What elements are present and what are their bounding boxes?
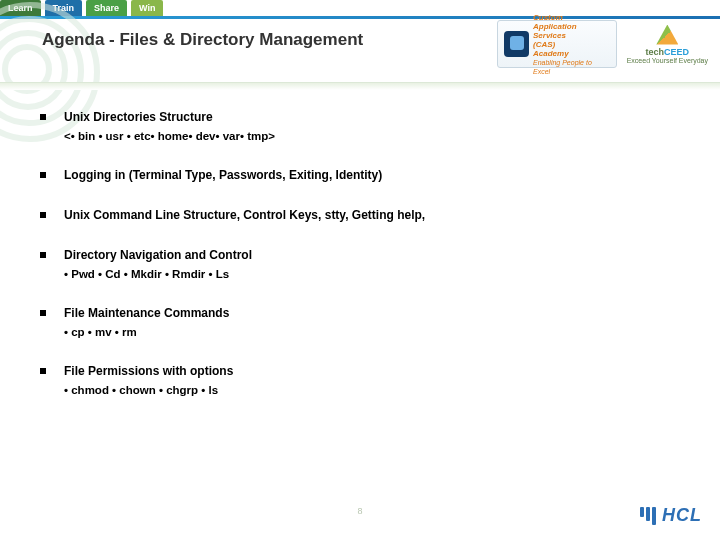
agenda-item-sub: • cp • mv • rm	[64, 326, 229, 338]
agenda-item-title: File Maintenance Commands	[64, 306, 229, 320]
slide-header: Learn Train Share Win Agenda - Files & D…	[0, 0, 720, 96]
agenda-item-title: Unix Directories Structure	[64, 110, 275, 124]
header-accent-line	[0, 16, 720, 19]
cas-head-icon	[504, 31, 529, 57]
techceed-logo: techCEED Exceed Yourself Everyday	[627, 25, 708, 64]
agenda-item-title: File Permissions with options	[64, 364, 233, 378]
square-bullet-icon	[40, 172, 46, 178]
agenda-item-title: Directory Navigation and Control	[64, 248, 252, 262]
agenda-item-sub: • chmod • chown • chgrp • ls	[64, 384, 233, 396]
header-underline	[0, 82, 720, 90]
agenda-item: File Permissions with options • chmod • …	[40, 364, 680, 396]
pyramid-icon	[656, 25, 678, 45]
cas-line1: Custom	[533, 13, 563, 22]
hcl-text: HCL	[662, 505, 702, 526]
square-bullet-icon	[40, 114, 46, 120]
square-bullet-icon	[40, 310, 46, 316]
logo-group: Custom Application Services (CAS) Academ…	[497, 20, 708, 68]
techceed-prefix: tech	[646, 47, 665, 57]
page-number: 8	[357, 506, 362, 516]
page-title: Agenda - Files & Directory Management	[42, 30, 363, 50]
hcl-logo: HCL	[640, 505, 702, 526]
agenda-item: File Maintenance Commands • cp • mv • rm	[40, 306, 680, 338]
cas-academy-logo: Custom Application Services (CAS) Academ…	[497, 20, 617, 68]
agenda-item-title: Unix Command Line Structure, Control Key…	[64, 208, 425, 222]
square-bullet-icon	[40, 252, 46, 258]
cas-line4: Academy	[533, 49, 569, 58]
agenda-list: Unix Directories Structure <• bin • usr …	[40, 110, 680, 422]
cas-line3: (CAS)	[533, 40, 555, 49]
agenda-item-sub: • Pwd • Cd • Mkdir • Rmdir • Ls	[64, 268, 252, 280]
techceed-suffix: CEED	[664, 47, 689, 57]
agenda-item-title: Logging in (Terminal Type, Passwords, Ex…	[64, 168, 382, 182]
agenda-item-sub: <• bin • usr • etc• home• dev• var• tmp>	[64, 130, 275, 142]
techceed-tagline: Exceed Yourself Everyday	[627, 57, 708, 64]
square-bullet-icon	[40, 212, 46, 218]
cas-tagline: Enabling People to Excel	[533, 59, 592, 75]
agenda-item: Logging in (Terminal Type, Passwords, Ex…	[40, 168, 680, 182]
hcl-bars-icon	[640, 507, 656, 525]
square-bullet-icon	[40, 368, 46, 374]
agenda-item: Unix Directories Structure <• bin • usr …	[40, 110, 680, 142]
agenda-item: Unix Command Line Structure, Control Key…	[40, 208, 680, 222]
agenda-item: Directory Navigation and Control • Pwd •…	[40, 248, 680, 280]
cas-line2: Application Services	[533, 22, 577, 40]
